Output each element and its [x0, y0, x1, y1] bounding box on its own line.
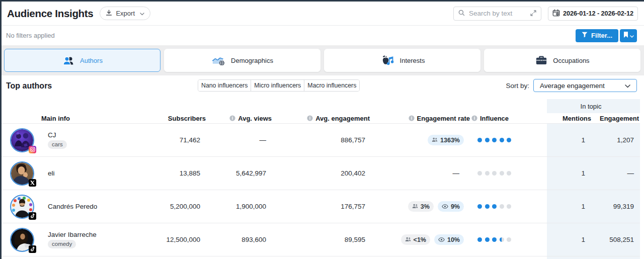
- eye-icon: [442, 203, 448, 210]
- avg-views-value: 893,600: [206, 236, 272, 243]
- influence-dot: [507, 237, 511, 242]
- influence-dot: [477, 138, 482, 142]
- author-name[interactable]: eli: [48, 169, 55, 177]
- tab-authors-label: Authors: [80, 57, 103, 64]
- influence-dot: [485, 204, 490, 209]
- subscribers-value: 71,462: [161, 136, 206, 144]
- tiktok-icon: [29, 212, 36, 220]
- x-icon: [29, 179, 36, 187]
- column-header-main-info[interactable]: Main info: [2, 115, 161, 122]
- funnel-icon: [582, 32, 588, 39]
- author-row[interactable]: CJ cars 71,462 — 886,757 1363% 1 1,207: [2, 123, 644, 156]
- influence-dots: [471, 204, 547, 209]
- column-header-influence[interactable]: Influence: [471, 115, 547, 122]
- tab-demographics[interactable]: Demographics: [164, 49, 320, 72]
- author-row[interactable]: eli 13,885 5,642,997 200,402 — 1 —: [2, 156, 644, 190]
- search-input[interactable]: [469, 10, 526, 17]
- segment-nano-influencers[interactable]: Nano influencers: [198, 80, 251, 91]
- export-button[interactable]: Export: [100, 7, 150, 20]
- tab-interests[interactable]: Interests: [324, 49, 480, 72]
- column-header-engagement-rate[interactable]: Engagement rate: [371, 115, 471, 122]
- date-range-picker[interactable]: 2026-01-12 - 2026-02-12: [548, 7, 638, 21]
- tiktok-icon: [29, 245, 36, 253]
- mentions-value: 1: [547, 236, 592, 243]
- insight-tabs: Authors Demographics: [2, 45, 644, 75]
- avg-views-value: —: [206, 136, 272, 144]
- influence-dot: [477, 204, 482, 209]
- people-icon: [412, 203, 418, 210]
- column-header-in-topic-engagement[interactable]: Engagement: [592, 115, 640, 122]
- avatar[interactable]: [10, 161, 34, 186]
- info-icon[interactable]: [471, 115, 477, 121]
- area-chart-globe-icon: [211, 54, 226, 67]
- avg-engagement-value: 89,595: [272, 236, 371, 243]
- author-row[interactable]: [2, 256, 644, 259]
- influence-dot: [500, 237, 504, 242]
- influence-dot: [492, 171, 497, 176]
- top-authors-controls: Top authors Nano influencers Micro influ…: [2, 75, 644, 99]
- chevron-down-icon: [625, 82, 630, 90]
- influence-dot: [507, 138, 511, 142]
- influence-dot: [500, 171, 504, 176]
- search-icon: [458, 9, 465, 18]
- sort-select-value: Average engagement: [540, 82, 605, 90]
- avatar[interactable]: [10, 228, 34, 252]
- people-icon: [432, 137, 438, 144]
- avg-views-value: 5,642,997: [206, 169, 272, 177]
- in-topic-engagement-value: 508,251: [592, 236, 640, 243]
- info-icon[interactable]: [409, 115, 415, 121]
- column-header-subscribers[interactable]: Subscribers: [161, 115, 206, 122]
- author-name[interactable]: Javier Ibarreche: [48, 231, 97, 238]
- influence-dot: [485, 171, 490, 176]
- influence-dot: [492, 237, 497, 242]
- segment-micro-influencers[interactable]: Micro influencers: [251, 80, 304, 91]
- avg-engagement-value: 200,402: [272, 169, 371, 177]
- author-row[interactable]: Candrés Peredo 5,200,000 1,900,000 176,7…: [2, 190, 644, 223]
- expand-icon[interactable]: [530, 9, 536, 18]
- instagram-icon: [29, 146, 36, 153]
- engagement-rate-pill: 10%: [434, 234, 464, 245]
- in-topic-engagement-value: 99,319: [592, 203, 640, 210]
- column-header-mentions[interactable]: Mentions: [547, 115, 592, 122]
- author-name[interactable]: CJ: [48, 131, 56, 139]
- info-icon[interactable]: [307, 115, 313, 121]
- avatar[interactable]: [10, 195, 34, 219]
- influence-dot: [507, 204, 511, 209]
- search-box: [453, 7, 541, 21]
- filter-status: No filters applied: [6, 32, 55, 39]
- column-header-avg-views[interactable]: Avg. views: [206, 115, 272, 122]
- tab-occupations-label: Occupations: [553, 57, 589, 64]
- subscribers-value: 5,200,000: [161, 203, 206, 210]
- audience-insights-page: Audience Insights Export: [2, 2, 644, 259]
- tab-occupations[interactable]: Occupations: [484, 49, 640, 72]
- influence-dot: [507, 171, 511, 176]
- topic-tag: cars: [48, 140, 67, 149]
- calendar-icon: [552, 9, 560, 18]
- export-label: Export: [116, 10, 135, 17]
- influence-dots: [471, 237, 547, 242]
- people-icon: [405, 236, 411, 243]
- scrollbar-gutter[interactable]: [640, 99, 644, 259]
- eye-icon: [438, 236, 445, 243]
- influencer-size-segments: Nano influencers Micro influencers Macro…: [198, 79, 360, 92]
- page-title: Audience Insights: [7, 8, 93, 20]
- influence-dot: [500, 204, 504, 209]
- avatar[interactable]: [10, 128, 34, 152]
- segment-macro-influencers[interactable]: Macro influencers: [304, 80, 359, 91]
- title-bar: Audience Insights Export: [2, 2, 644, 26]
- engagement-rate-pill: 3%: [408, 201, 434, 212]
- bookmark-icon: [623, 32, 628, 39]
- tab-authors[interactable]: Authors: [4, 49, 160, 72]
- briefcase-icon: [535, 54, 548, 67]
- section-heading: Top authors: [6, 81, 52, 91]
- author-name[interactable]: Candrés Peredo: [48, 203, 97, 210]
- saved-filters-button[interactable]: [620, 29, 637, 42]
- column-header-avg-engagement[interactable]: Avg. engagement: [272, 115, 371, 122]
- tab-interests-label: Interests: [400, 57, 425, 64]
- author-row[interactable]: Javier Ibarreche comedy 12,500,000 893,6…: [2, 223, 644, 256]
- info-icon[interactable]: [229, 115, 235, 121]
- sort-select[interactable]: Average engagement: [533, 79, 637, 92]
- engagement-rate-empty: —: [371, 169, 471, 177]
- filter-button[interactable]: Filter...: [576, 29, 618, 42]
- influence-dots: [471, 171, 547, 176]
